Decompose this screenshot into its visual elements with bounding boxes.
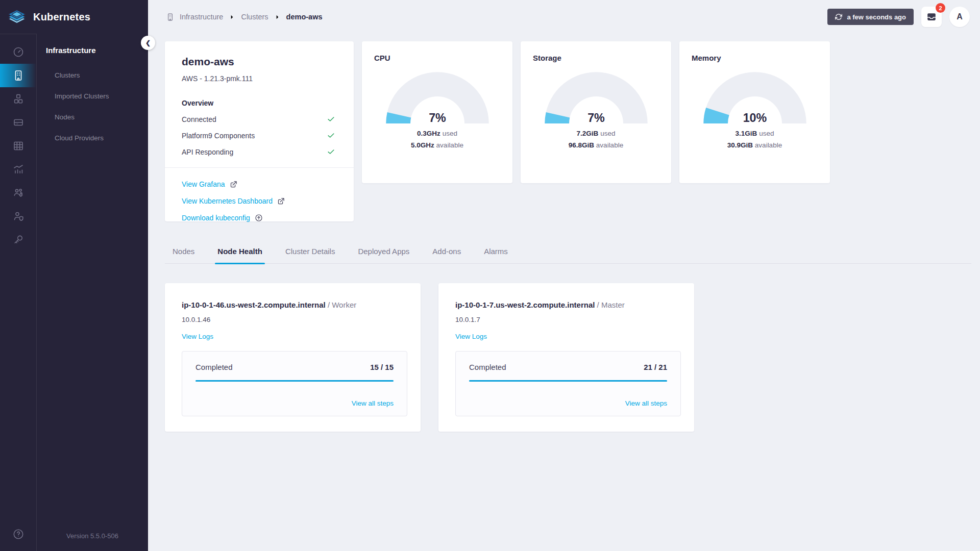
steps-count: 15 / 15: [370, 363, 394, 371]
svg-text:7%: 7%: [587, 111, 605, 123]
svg-text:10%: 10%: [743, 111, 767, 123]
avatar[interactable]: A: [949, 7, 970, 27]
gauge-available: 96.8GiB available: [533, 139, 659, 151]
gauge-chart: 7%: [374, 69, 500, 123]
rail-item-user-shield[interactable]: [0, 205, 36, 228]
sidebar-section-title: Infrastructure: [37, 46, 148, 55]
sidebar-body: Infrastructure ClustersImported Clusters…: [0, 34, 148, 551]
steps-head: Completed15 / 15: [195, 363, 394, 371]
tab-add-ons[interactable]: Add-ons: [430, 247, 463, 263]
node-host: ip-10-0-1-46.us-west-2.compute.internal …: [182, 300, 407, 309]
inbox-icon: [926, 11, 937, 22]
steps-box: Completed15 / 15View all steps: [182, 351, 407, 416]
overview-check-row: Platform9 Components: [182, 131, 335, 140]
steps-status: Completed: [195, 363, 233, 371]
cluster-subtitle: AWS - 1.21.3-pmk.111: [182, 74, 335, 83]
check-label: Connected: [182, 115, 216, 123]
chevron-right-icon: [229, 14, 235, 20]
check-icon: [327, 147, 335, 156]
steps-status: Completed: [469, 363, 506, 371]
gauge-chart: 10%: [692, 69, 818, 123]
sidebar-item-cloud-providers[interactable]: Cloud Providers: [37, 128, 148, 148]
avatar-initial: A: [957, 12, 963, 21]
tab-cluster-details[interactable]: Cluster Details: [283, 247, 338, 263]
tab-deployed-apps[interactable]: Deployed Apps: [355, 247, 412, 263]
rail-item-gauge[interactable]: [0, 40, 36, 64]
app-root: Kubernetes Infrastructure ClustersImport…: [0, 0, 980, 551]
sidebar-item-clusters[interactable]: Clusters: [37, 65, 148, 86]
gauge-chart: 7%: [533, 69, 659, 123]
refresh-button[interactable]: a few seconds ago: [827, 9, 914, 25]
steps-box: Completed21 / 21View all steps: [455, 351, 681, 416]
sidebar-item-imported-clusters[interactable]: Imported Clusters: [37, 86, 148, 107]
user-shield-icon: [12, 210, 24, 222]
top-actions: a few seconds ago 2 A: [827, 7, 970, 27]
gauge-card-cpu: CPU7%0.3GHz used5.0GHz available: [362, 41, 512, 183]
cluster-link-view-grafana[interactable]: View Grafana: [182, 180, 335, 188]
content: demo-aws AWS - 1.21.3-pmk.111 Overview C…: [148, 34, 980, 432]
tab-alarms[interactable]: Alarms: [481, 247, 510, 263]
users-gear-icon: [12, 187, 24, 199]
tab-nodes[interactable]: Nodes: [170, 247, 197, 263]
view-logs-link[interactable]: View Logs: [182, 333, 213, 340]
overview-check-row: API Responding: [182, 147, 335, 156]
gauge-used: 0.3GHz used: [374, 128, 500, 139]
rail-item-key[interactable]: [0, 228, 36, 252]
sidebar-item-nodes[interactable]: Nodes: [37, 107, 148, 128]
sidebar-collapse-button[interactable]: ❮: [141, 36, 155, 50]
node-ip: 10.0.1.46: [182, 316, 407, 323]
breadcrumb-item-2: demo-aws: [286, 13, 323, 21]
summary-row: demo-aws AWS - 1.21.3-pmk.111 Overview C…: [165, 41, 980, 221]
external-link-icon: [277, 197, 285, 205]
bar-chart-icon: [12, 163, 24, 176]
breadcrumb: InfrastructureClustersdemo-aws: [166, 13, 323, 21]
rail-item-bar-chart[interactable]: [0, 158, 36, 181]
rail-item-building[interactable]: [0, 64, 36, 87]
refresh-icon: [835, 13, 842, 20]
gauge-used: 7.2GiB used: [533, 128, 659, 139]
refresh-label: a few seconds ago: [847, 13, 906, 21]
view-all-steps-link[interactable]: View all steps: [352, 399, 394, 407]
view-logs-link[interactable]: View Logs: [455, 333, 487, 340]
brand: Kubernetes: [0, 0, 148, 34]
rail-item-grid[interactable]: [0, 134, 36, 158]
help-circle-icon: [12, 528, 24, 540]
upload-circle-icon: [255, 214, 263, 222]
rail-item-cubes[interactable]: [0, 87, 36, 111]
svg-text:7%: 7%: [429, 111, 446, 123]
tabs-wrap: NodesNode HealthCluster DetailsDeployed …: [165, 247, 971, 264]
view-all-steps-link[interactable]: View all steps: [625, 399, 667, 407]
notification-badge: 2: [936, 3, 945, 13]
rail-item-server[interactable]: [0, 111, 36, 134]
node-health-card: ip-10-0-1-46.us-west-2.compute.internal …: [165, 283, 421, 432]
steps-head: Completed21 / 21: [469, 363, 667, 371]
overview-label: Overview: [182, 99, 335, 107]
steps-progress-bar: [195, 380, 394, 382]
grid-icon: [12, 140, 24, 152]
cubes-icon: [12, 93, 24, 105]
gauge-title: Storage: [533, 54, 659, 62]
check-label: API Responding: [182, 148, 233, 156]
gauge-cards: CPU7%0.3GHz used5.0GHz availableStorage7…: [362, 41, 830, 183]
steps-count: 21 / 21: [644, 363, 667, 371]
topbar: InfrastructureClustersdemo-aws a few sec…: [148, 0, 980, 34]
cluster-link-view-kubernetes-dashboard[interactable]: View Kubernetes Dashboard: [182, 197, 335, 205]
tab-node-health[interactable]: Node Health: [215, 247, 265, 263]
steps-foot: View all steps: [195, 398, 394, 408]
breadcrumb-item-1[interactable]: Clusters: [241, 13, 268, 21]
gauge-icon: [12, 46, 24, 58]
cluster-info-card: demo-aws AWS - 1.21.3-pmk.111 Overview C…: [165, 41, 354, 221]
rail-item-users-gear[interactable]: [0, 181, 36, 205]
cluster-link-download-kubeconfig[interactable]: Download kubeconfig: [182, 214, 335, 222]
link-label: Download kubeconfig: [182, 214, 250, 222]
version-label: Version 5.5.0-506: [37, 532, 148, 540]
notifications-button[interactable]: 2: [921, 7, 942, 27]
gauge-card-storage: Storage7%7.2GiB used96.8GiB available: [521, 41, 671, 183]
breadcrumb-item-0[interactable]: Infrastructure: [180, 13, 223, 21]
tabs: NodesNode HealthCluster DetailsDeployed …: [165, 247, 971, 264]
rail-item-help[interactable]: [0, 522, 36, 546]
gauge-usage: 3.1GiB used30.9GiB available: [692, 128, 818, 151]
node-health-card: ip-10-0-1-7.us-west-2.compute.internal /…: [438, 283, 694, 432]
main: InfrastructureClustersdemo-aws a few sec…: [148, 0, 980, 551]
sidebar-items: ClustersImported ClustersNodesCloud Prov…: [37, 65, 148, 148]
